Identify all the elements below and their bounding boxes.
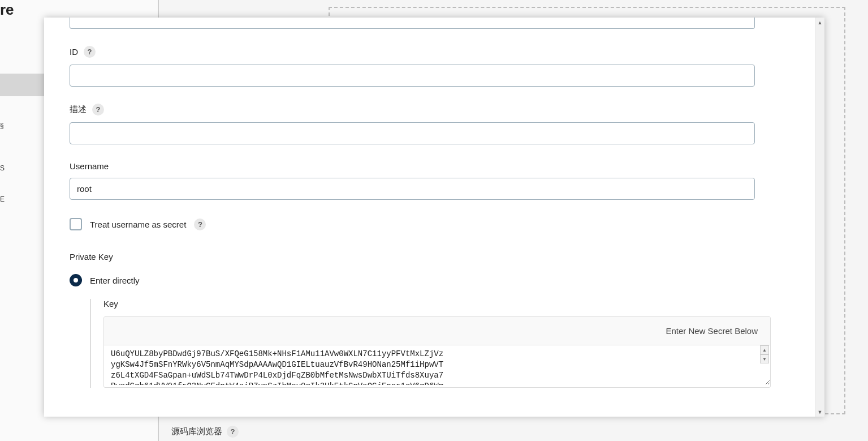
textarea-scroll: ▲ ▼ xyxy=(760,345,769,368)
repo-browser-text: 源码库浏览器 xyxy=(171,426,222,437)
credentials-modal: ID ? 描述 ? Username Treat username as sec… xyxy=(44,18,824,417)
modal-content: ID ? 描述 ? Username Treat username as sec… xyxy=(44,18,815,417)
key-section: Key Enter New Secret Below ▲ ▼ xyxy=(90,299,789,388)
username-label-row: Username xyxy=(70,161,789,171)
username-input[interactable] xyxy=(70,178,755,200)
secret-header: Enter New Secret Below xyxy=(104,317,770,345)
repo-browser-label: 源码库浏览器 ? xyxy=(171,426,239,438)
id-field-group: ID ? xyxy=(70,46,789,87)
description-input[interactable] xyxy=(70,122,755,144)
username-field-group: Username xyxy=(70,161,789,200)
logo-text: re xyxy=(0,0,14,19)
id-input[interactable] xyxy=(70,65,755,87)
help-icon[interactable]: ? xyxy=(84,46,96,58)
scroll-up-icon[interactable]: ▲ xyxy=(815,18,824,27)
private-key-label: Private Key xyxy=(70,252,789,262)
modal-scrollbar[interactable]: ▲ ▼ xyxy=(815,18,824,417)
sidebar-item: § xyxy=(0,122,4,130)
secret-box: Enter New Secret Below ▲ ▼ xyxy=(103,316,771,388)
enter-directly-radio[interactable] xyxy=(70,274,82,286)
scroll-up-icon[interactable]: ▲ xyxy=(760,345,769,354)
treat-secret-label: Treat username as secret xyxy=(90,220,186,229)
secret-textarea-wrap: ▲ ▼ xyxy=(104,345,770,387)
help-icon[interactable]: ? xyxy=(227,426,239,438)
sidebar-item: S xyxy=(0,164,5,172)
id-label-row: ID ? xyxy=(70,46,789,58)
enter-directly-label: Enter directly xyxy=(90,276,140,285)
description-label-row: 描述 ? xyxy=(70,104,789,115)
radio-dot-icon xyxy=(74,278,78,282)
enter-directly-row: Enter directly xyxy=(70,274,789,286)
treat-secret-checkbox[interactable] xyxy=(70,218,82,230)
sidebar-item: E xyxy=(0,195,5,203)
help-icon[interactable]: ? xyxy=(92,104,104,115)
id-label: ID xyxy=(70,47,78,57)
scroll-down-icon[interactable]: ▼ xyxy=(760,354,769,363)
secret-textarea[interactable] xyxy=(104,345,770,385)
username-label: Username xyxy=(70,161,109,171)
key-label: Key xyxy=(103,299,789,309)
treat-secret-row: Treat username as secret ? xyxy=(70,218,789,230)
help-icon[interactable]: ? xyxy=(194,219,206,230)
description-label: 描述 xyxy=(70,104,87,115)
scroll-down-icon[interactable]: ▼ xyxy=(815,407,824,417)
description-field-group: 描述 ? xyxy=(70,104,789,144)
partial-top-input[interactable] xyxy=(70,18,755,29)
